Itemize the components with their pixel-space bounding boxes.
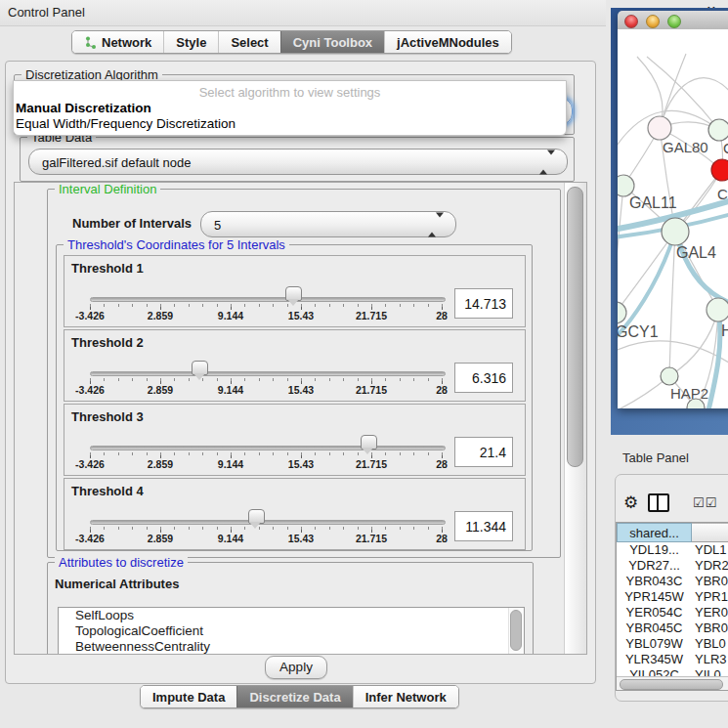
slider-track[interactable]	[90, 520, 446, 525]
dropdown-placeholder-item: Select algorithm to view settings	[14, 85, 566, 100]
combo-stepper-icon	[539, 154, 555, 169]
node-gcy1[interactable]	[618, 302, 626, 323]
node-hap2[interactable]	[661, 367, 678, 385]
tab-select[interactable]: Select	[218, 31, 279, 53]
table-row[interactable]: YBL079WYBL0	[617, 636, 728, 652]
threshold-1-panel: Threshold 1 -3.4262.8599.14415.4321.7152…	[64, 255, 526, 327]
number-of-intervals-label: Number of Intervals	[72, 216, 192, 231]
threshold-3-value-field[interactable]	[454, 437, 513, 467]
network-desktop: GAL80 GA C GAL11 GAL4 GCY1 H HAP2	[611, 8, 728, 435]
tab-jactivemnodules[interactable]: jActiveMNodules	[384, 31, 511, 53]
zoom-traffic-light-icon[interactable]	[667, 15, 681, 28]
table-row[interactable]: YBR045CYBR0	[617, 621, 728, 636]
table-row[interactable]: YER054CYER0	[617, 605, 728, 621]
network-window[interactable]: GAL80 GA C GAL11 GAL4 GCY1 H HAP2	[618, 11, 728, 408]
node-gal4[interactable]	[662, 218, 689, 245]
combo-stepper-icon	[428, 217, 444, 232]
network-icon	[84, 36, 97, 49]
screen: Control Panel ✖ Network Style Select Cyn…	[0, 0, 728, 728]
number-of-intervals-combobox[interactable]: 5	[200, 211, 456, 237]
slider-thumb[interactable]	[361, 435, 377, 450]
column-header-name[interactable]: n	[692, 523, 728, 542]
column-header-shared[interactable]: shared...	[617, 523, 692, 542]
slider-thumb[interactable]	[285, 286, 302, 301]
threshold-1-value-field[interactable]	[454, 288, 513, 319]
node-gal80[interactable]	[648, 116, 671, 140]
node-label: GAL80	[663, 139, 708, 155]
table-horizontal-scrollbar[interactable]	[617, 676, 728, 690]
numerical-attributes-list[interactable]: SelfLoops TopologicalCoefficient Between…	[58, 607, 525, 655]
list-item[interactable]: SelfLoops	[59, 608, 524, 623]
node-table: shared... n YDL19...YDL1 YDR27...YDR2 YB…	[616, 522, 728, 691]
table-rows: YDL19...YDL1 YDR27...YDR2 YBR043CYBR0 YP…	[617, 542, 728, 676]
network-canvas[interactable]: GAL80 GA C GAL11 GAL4 GCY1 H HAP2	[618, 29, 728, 408]
dropdown-option-equal-width-frequency[interactable]: Equal Width/Frequency Discretization	[16, 116, 236, 131]
slider-track[interactable]	[90, 371, 446, 376]
thresholds-group: Threshold's Coordinates for 5 Intervals …	[56, 244, 533, 551]
slider-thumb[interactable]	[248, 509, 265, 524]
table-row[interactable]: YDR27...YDR2	[617, 558, 728, 574]
tab-network[interactable]: Network	[72, 31, 163, 53]
threshold-2-panel: Threshold 2 -3.4262.8599.14415.4321.7152…	[64, 329, 526, 402]
interval-definition-group-title: Interval Definition	[55, 182, 160, 196]
top-tab-bar: Network Style Select Cyni Toolbox jActiv…	[71, 30, 512, 54]
columns-icon[interactable]	[648, 493, 669, 512]
scrollbar-thumb[interactable]	[510, 610, 522, 651]
node-label: GCY1	[618, 323, 659, 340]
threshold-3-label: Threshold 3	[71, 409, 144, 424]
threshold-2-label: Threshold 2	[71, 335, 144, 350]
tab-style[interactable]: Style	[163, 31, 218, 53]
close-traffic-light-icon[interactable]	[624, 15, 638, 28]
network-window-titlebar[interactable]	[618, 11, 728, 30]
settings-scrollbar-thumb[interactable]	[567, 187, 583, 467]
node-red-selected[interactable]	[711, 159, 728, 181]
tab-network-label: Network	[102, 35, 151, 50]
attributes-group: Attributes to discretize Numerical Attri…	[47, 562, 534, 655]
list-item[interactable]: TopologicalCoefficient	[59, 623, 524, 639]
control-panel-titlebar	[0, 0, 606, 26]
node-label: GAL11	[629, 194, 677, 211]
numerical-attributes-label: Numerical Attributes	[55, 577, 179, 591]
number-of-intervals-value: 5	[214, 217, 221, 232]
table-row[interactable]: YBR043CYBR0	[617, 574, 728, 589]
scrollbar-thumb[interactable]	[620, 679, 723, 690]
table-row[interactable]: YLR345WYLR3	[617, 652, 728, 667]
threshold-2-value-field[interactable]	[454, 363, 513, 393]
slider-thumb[interactable]	[192, 361, 208, 375]
slider-track[interactable]	[90, 446, 446, 450]
thresholds-group-title: Threshold's Coordinates for 5 Intervals	[64, 237, 289, 252]
node-label: C	[717, 186, 728, 202]
tab-infer-network[interactable]: Infer Network	[353, 686, 458, 707]
threshold-1-label: Threshold 1	[71, 261, 144, 276]
node-ga[interactable]	[708, 119, 728, 141]
table-data-selected-value: galFiltered.sif default node	[42, 154, 191, 169]
node-h[interactable]	[707, 298, 728, 321]
checkbox-icons[interactable]: ☑☑	[693, 495, 717, 510]
gear-icon[interactable]: ⚙	[623, 492, 638, 512]
settings-scrollbar[interactable]	[564, 183, 586, 654]
bottom-tab-bar: Impute Data Discretize Data Infer Networ…	[140, 685, 459, 708]
tab-discretize-data[interactable]: Discretize Data	[236, 686, 352, 707]
window-title: Control Panel	[8, 5, 85, 20]
minimize-traffic-light-icon[interactable]	[646, 15, 660, 28]
tab-impute-data[interactable]: Impute Data	[141, 686, 236, 707]
dropdown-option-manual-discretization[interactable]: Manual Discretization	[16, 101, 151, 115]
table-row[interactable]: YDL19...YDL1	[617, 542, 728, 558]
threshold-4-panel: Threshold 4 -3.4262.8599.14415.4321.7152…	[64, 478, 526, 550]
table-data-combobox[interactable]: galFiltered.sif default node	[28, 149, 568, 175]
algorithm-dropdown-popup: Select algorithm to view settings Manual…	[13, 80, 567, 136]
table-row[interactable]: YIL052CYIL0	[617, 667, 728, 676]
interval-definition-group: Interval Definition Number of Intervals …	[47, 189, 561, 558]
node-label: GAL4	[676, 244, 716, 261]
list-item[interactable]: BetweennessCentrality	[59, 639, 524, 655]
slider-track[interactable]	[90, 297, 446, 302]
apply-button[interactable]: Apply	[265, 656, 327, 679]
table-data-group: Table Data galFiltered.sif default node	[20, 137, 575, 182]
node-label: GA	[723, 140, 728, 156]
list-scrollbar[interactable]	[508, 608, 524, 655]
threshold-4-label: Threshold 4	[71, 484, 144, 498]
threshold-4-value-field[interactable]	[454, 511, 513, 541]
node-gal11[interactable]	[618, 175, 634, 196]
tab-cyni-toolbox[interactable]: Cyni Toolbox	[280, 31, 384, 53]
table-row[interactable]: YPR145WYPR1	[617, 589, 728, 605]
